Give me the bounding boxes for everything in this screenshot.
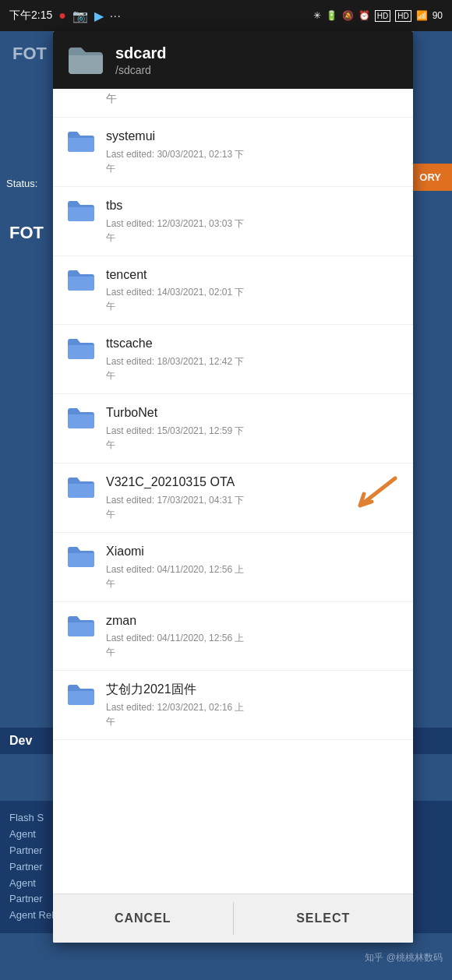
alarm-icon: ⏰ — [358, 10, 370, 21]
file-info: TurboNetLast edited: 15/03/2021, 12:59 下… — [106, 405, 399, 452]
app-icon-2: 📷 — [72, 9, 88, 23]
folder-icon — [67, 545, 95, 569]
file-date: Last edited: 04/11/2020, 12:56 上 午 — [106, 562, 399, 590]
folder-icon — [67, 407, 95, 430]
folder-icon — [67, 130, 95, 153]
file-date: Last edited: 12/03/2021, 02:16 上 午 — [106, 700, 399, 728]
bg-history-button: ORY — [408, 164, 452, 191]
file-info: zmanLast edited: 04/11/2020, 12:56 上 午 — [106, 613, 399, 660]
list-item[interactable]: XiaomiLast edited: 04/11/2020, 12:56 上 午 — [53, 533, 413, 602]
file-info: tbsLast edited: 12/03/2021, 03:03 下 午 — [106, 198, 399, 245]
bluetooth-icon: ✳ — [313, 10, 321, 21]
folder-icon — [67, 476, 95, 499]
file-info: ttscacheLast edited: 18/03/2021, 12:42 下… — [106, 336, 399, 382]
file-date: Last edited: 15/03/2021, 12:59 下 午 — [106, 424, 399, 452]
file-name: V321C_20210315 OTA — [106, 474, 326, 491]
folder-icon-large — [67, 44, 104, 76]
hd-label: HD — [375, 10, 390, 22]
file-name: tbs — [106, 198, 399, 214]
dialog-title: sdcard — [115, 44, 167, 62]
dialog-header-text: sdcard /sdcard — [115, 44, 167, 76]
file-info: 艾创力2021固件Last edited: 12/03/2021, 02:16 … — [106, 682, 399, 728]
bg-fot-label: FOT — [0, 218, 53, 248]
dialog-header: sdcard /sdcard — [53, 31, 413, 89]
folder-icon — [67, 615, 95, 638]
file-name: ttscache — [106, 336, 399, 352]
time-display: 下午2:15 — [9, 9, 52, 23]
file-name: 艾创力2021固件 — [106, 682, 399, 698]
file-date: Last edited: 30/03/2021, 02:13 下 午 — [106, 147, 399, 175]
folder-icon — [67, 199, 95, 223]
partial-char: 午 — [106, 92, 117, 106]
file-name: Xiaomi — [106, 544, 399, 560]
folder-icon — [67, 337, 95, 361]
dialog-subtitle: /sdcard — [115, 64, 167, 76]
dialog-footer: CANCEL SELECT — [53, 894, 413, 943]
status-bar-right: ✳ 🔋 🔕 ⏰ HD HD 📶 90 — [313, 10, 443, 22]
folder-icon — [67, 269, 95, 292]
file-name: tencent — [106, 267, 399, 284]
wifi-icon: 📶 — [416, 10, 428, 21]
file-date: Last edited: 04/11/2020, 12:56 上 午 — [106, 631, 399, 659]
list-item[interactable]: tbsLast edited: 12/03/2021, 03:03 下 午 — [53, 187, 413, 256]
arrow-icon — [337, 474, 399, 513]
file-date: Last edited: 17/03/2021, 04:31 下 午 — [106, 493, 326, 521]
file-picker-dialog: sdcard /sdcard 午 systemuiLast edited: 30… — [53, 31, 413, 943]
status-bar-left: 下午2:15 ● 📷 ▶ ··· — [9, 9, 122, 23]
app-icon-1: ● — [58, 9, 66, 23]
hd-label2: HD — [395, 10, 411, 22]
more-icon: ··· — [110, 9, 122, 22]
bg-status-label: Status: — [0, 171, 58, 196]
mute-icon: 🔕 — [342, 10, 354, 21]
file-date: Last edited: 12/03/2021, 03:03 下 午 — [106, 217, 399, 245]
file-info: tencentLast edited: 14/03/2021, 02:01 下 … — [106, 267, 399, 314]
app-icon-3: ▶ — [94, 9, 104, 23]
file-info: XiaomiLast edited: 04/11/2020, 12:56 上 午 — [106, 544, 399, 590]
list-item[interactable]: V321C_20210315 OTALast edited: 17/03/202… — [53, 464, 413, 533]
cancel-button[interactable]: CANCEL — [53, 894, 233, 943]
file-date: Last edited: 18/03/2021, 12:42 下 午 — [106, 354, 399, 382]
list-item[interactable]: systemuiLast edited: 30/03/2021, 02:13 下… — [53, 118, 413, 187]
battery-percent: 90 — [433, 10, 443, 21]
file-name: systemui — [106, 129, 399, 145]
file-info: systemuiLast edited: 30/03/2021, 02:13 下… — [106, 129, 399, 175]
partial-top-item: 午 — [53, 89, 413, 118]
status-bar: 下午2:15 ● 📷 ▶ ··· ✳ 🔋 🔕 ⏰ HD HD 📶 90 — [0, 0, 452, 31]
list-item[interactable]: ttscacheLast edited: 18/03/2021, 12:42 下… — [53, 325, 413, 394]
file-list[interactable]: 午 systemuiLast edited: 30/03/2021, 02:13… — [53, 89, 413, 894]
arrow-annotation — [337, 474, 399, 513]
list-item[interactable]: 艾创力2021固件Last edited: 12/03/2021, 02:16 … — [53, 671, 413, 740]
file-items-container: systemuiLast edited: 30/03/2021, 02:13 下… — [53, 118, 413, 740]
file-name: TurboNet — [106, 405, 399, 421]
select-button[interactable]: SELECT — [234, 894, 414, 943]
battery-icon: 🔋 — [326, 10, 337, 21]
watermark: 知乎 @桃桃林数码 — [365, 951, 443, 964]
list-item[interactable]: TurboNetLast edited: 15/03/2021, 12:59 下… — [53, 394, 413, 464]
file-name: zman — [106, 613, 399, 629]
file-info: V321C_20210315 OTALast edited: 17/03/202… — [106, 474, 326, 521]
list-item[interactable]: tencentLast edited: 14/03/2021, 02:01 下 … — [53, 256, 413, 326]
folder-icon — [67, 683, 95, 707]
file-date: Last edited: 14/03/2021, 02:01 下 午 — [106, 285, 399, 313]
list-item[interactable]: zmanLast edited: 04/11/2020, 12:56 上 午 — [53, 602, 413, 672]
